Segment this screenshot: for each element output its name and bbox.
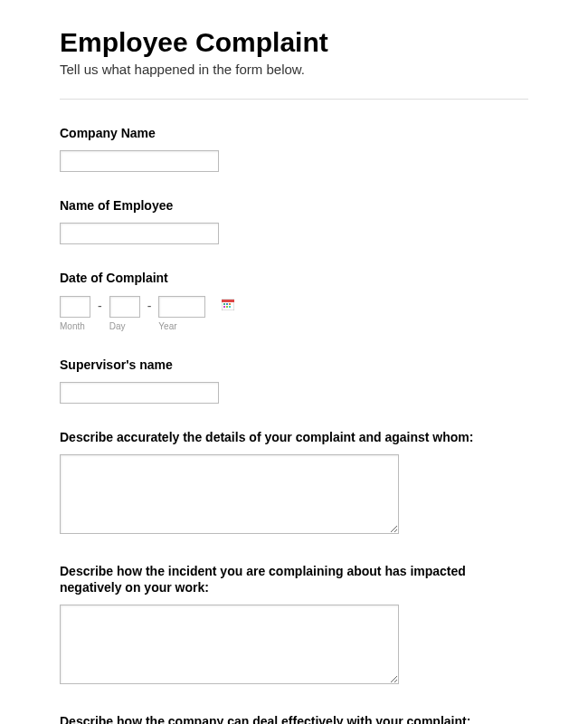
svg-rect-7 <box>229 306 231 308</box>
complaint-date-label: Date of Complaint <box>60 270 528 286</box>
employee-name-field: Name of Employee <box>60 197 528 244</box>
page-title: Employee Complaint <box>60 27 528 58</box>
company-name-field: Company Name <box>60 125 528 172</box>
svg-rect-3 <box>226 303 228 305</box>
date-month-input[interactable] <box>60 296 90 318</box>
divider <box>60 99 528 100</box>
date-day-input[interactable] <box>109 296 140 318</box>
complaint-details-label: Describe accurately the details of your … <box>60 429 528 445</box>
supervisor-name-label: Supervisor's name <box>60 357 528 373</box>
employee-name-input[interactable] <box>60 223 219 244</box>
date-month-sublabel: Month <box>60 321 90 331</box>
date-year-sublabel: Year <box>158 321 205 331</box>
company-response-label: Describe how the company can deal effect… <box>60 713 528 724</box>
company-name-label: Company Name <box>60 125 528 141</box>
supervisor-name-field: Supervisor's name <box>60 357 528 404</box>
incident-impact-field: Describe how the incident you are compla… <box>60 563 528 688</box>
employee-name-label: Name of Employee <box>60 197 528 214</box>
date-day-sublabel: Day <box>109 321 140 331</box>
incident-impact-label: Describe how the incident you are compla… <box>60 563 528 595</box>
svg-rect-5 <box>223 306 225 308</box>
complaint-details-field: Describe accurately the details of your … <box>60 429 528 538</box>
svg-rect-6 <box>226 306 228 308</box>
complaint-details-textarea[interactable] <box>60 454 399 534</box>
svg-rect-1 <box>222 300 234 302</box>
date-year-input[interactable] <box>158 296 205 318</box>
date-separator: - <box>90 296 109 313</box>
calendar-icon[interactable] <box>222 298 234 314</box>
page-subtitle: Tell us what happened in the form below. <box>60 62 528 77</box>
company-response-field: Describe how the company can deal effect… <box>60 713 528 724</box>
company-name-input[interactable] <box>60 150 219 172</box>
supervisor-name-input[interactable] <box>60 382 219 404</box>
svg-rect-4 <box>229 303 231 305</box>
incident-impact-textarea[interactable] <box>60 605 399 684</box>
svg-rect-2 <box>223 303 225 305</box>
complaint-date-field: Date of Complaint Month - Day - Year <box>60 270 528 330</box>
date-separator: - <box>140 296 159 313</box>
